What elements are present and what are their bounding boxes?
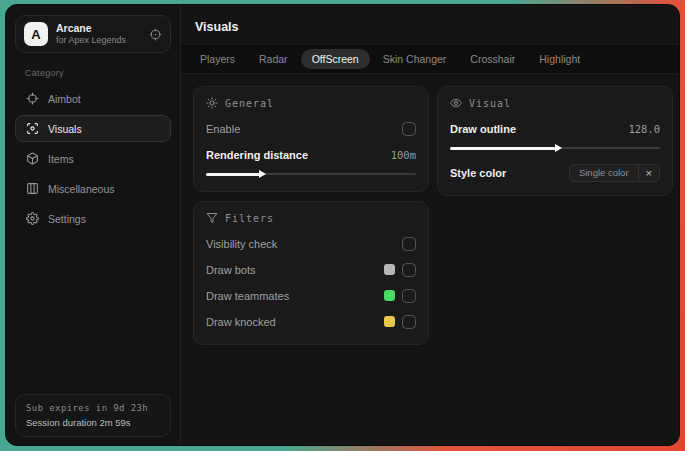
slider-thumb[interactable] [555,144,562,152]
crosshair-icon [26,92,39,105]
style-color-label: Style color [450,167,506,179]
general-panel: General Enable Rendering distance 100m [193,86,429,192]
visibility-check-checkbox[interactable] [402,237,416,251]
app-name: Arcane [56,22,141,35]
sidebar-item-miscellaneous[interactable]: Miscellaneous [15,175,171,202]
sidebar-item-label: Items [48,153,74,165]
crosshair-target-icon[interactable] [149,28,162,41]
style-color-selected-value: Single color [570,167,638,178]
draw-teammates-checkbox[interactable] [402,289,416,303]
enable-label: Enable [206,123,240,135]
draw-bots-color-swatch[interactable] [384,264,395,275]
category-label: Category [25,68,171,78]
page-title: Visuals [181,5,679,44]
rendering-distance-label: Rendering distance [206,149,308,161]
draw-teammates-label: Draw teammates [206,290,289,302]
draw-teammates-color-swatch[interactable] [384,290,395,301]
rendering-distance-slider[interactable] [206,169,416,179]
tab-skin-changer[interactable]: Skin Changer [372,49,458,69]
style-color-row: Style color Single color × [450,162,660,183]
visual-panel-title: Visual [469,98,511,109]
main-area: Visuals Players Radar OffScreen Skin Cha… [181,5,679,445]
brand-card: A Arcane for Apex Legends [15,15,171,53]
eye-icon [450,97,462,109]
session-duration-text: Session duration 2m 59s [26,417,160,428]
filters-panel: Filters Visibility check Draw bots [193,201,429,345]
sidebar-item-label: Visuals [48,123,82,135]
sidebar-nav: Aimbot Visuals [15,85,171,232]
slider-fill [206,173,263,176]
sidebar-item-label: Miscellaneous [48,183,115,195]
tab-crosshair[interactable]: Crosshair [459,49,526,69]
gear-icon [26,212,39,225]
sidebar-item-items[interactable]: Items [15,145,171,172]
package-icon [26,152,39,165]
layout-columns-icon [26,182,39,195]
tab-highlight[interactable]: Highlight [528,49,591,69]
app-window: A Arcane for Apex Legends Category [5,4,680,446]
enable-checkbox[interactable] [402,122,416,136]
app-subtitle: for Apex Legends [56,35,141,46]
slider-fill [450,147,559,150]
tab-offscreen[interactable]: OffScreen [301,49,370,69]
visibility-check-label: Visibility check [206,238,277,250]
scan-eye-icon [26,122,39,135]
draw-outline-label: Draw outline [450,123,516,135]
draw-bots-label: Draw bots [206,264,256,276]
draw-bots-row: Draw bots [206,259,416,280]
draw-teammates-row: Draw teammates [206,285,416,306]
slider-thumb[interactable] [259,170,266,178]
left-column: General Enable Rendering distance 100m [193,86,429,345]
style-color-dropdown[interactable]: Single color × [569,164,660,182]
rendering-distance-row: Rendering distance 100m [206,144,416,165]
visual-panel-header: Visual [450,97,660,109]
filters-panel-header: Filters [206,212,416,224]
sidebar-item-label: Aimbot [48,93,81,105]
close-icon[interactable]: × [638,165,659,181]
general-panel-header: General [206,97,416,109]
funnel-icon [206,212,218,224]
sidebar-item-settings[interactable]: Settings [15,205,171,232]
enable-row: Enable [206,118,416,139]
draw-outline-value: 128.0 [628,123,660,135]
brand-text: Arcane for Apex Legends [56,22,141,46]
tab-radar[interactable]: Radar [248,49,299,69]
right-column: Visual Draw outline 128.0 Style color [437,86,673,196]
sidebar-item-label: Settings [48,213,86,225]
visual-panel: Visual Draw outline 128.0 Style color [437,86,673,196]
draw-outline-slider[interactable] [450,143,660,153]
content: General Enable Rendering distance 100m [181,74,679,357]
draw-knocked-row: Draw knocked [206,311,416,332]
app-logo: A [24,22,48,46]
sidebar-item-aimbot[interactable]: Aimbot [15,85,171,112]
tab-players[interactable]: Players [189,49,246,69]
filters-panel-title: Filters [225,213,274,224]
sub-expiry-text: Sub expires in 9d 23h [26,403,160,413]
rendering-distance-value: 100m [391,149,416,161]
subscription-status-card: Sub expires in 9d 23h Session duration 2… [15,394,171,437]
draw-knocked-color-swatch[interactable] [384,316,395,327]
sidebar: A Arcane for Apex Legends Category [6,5,181,445]
sun-icon [206,97,218,109]
draw-outline-row: Draw outline 128.0 [450,118,660,139]
tab-bar: Players Radar OffScreen Skin Changer Cro… [181,44,679,74]
draw-knocked-label: Draw knocked [206,316,276,328]
visibility-check-row: Visibility check [206,233,416,254]
draw-bots-checkbox[interactable] [402,263,416,277]
sidebar-item-visuals[interactable]: Visuals [15,115,171,142]
general-panel-title: General [225,98,274,109]
draw-knocked-checkbox[interactable] [402,315,416,329]
desktop-background: { "app": { "name": "Arcane", "subtitle":… [0,0,685,451]
